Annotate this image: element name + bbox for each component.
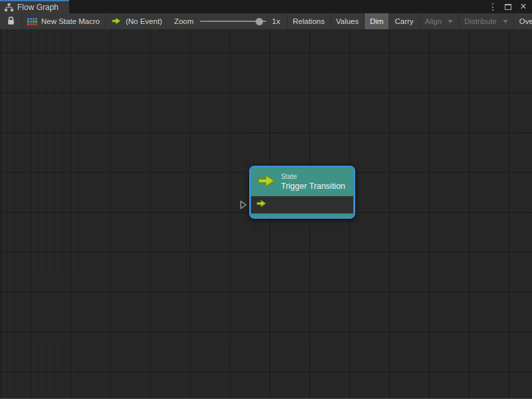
event-button[interactable]: (No Event) [106, 13, 167, 29]
carry-label: Carry [395, 17, 413, 25]
tab-label: Flow Graph [17, 3, 58, 12]
maximize-icon[interactable] [503, 1, 513, 12]
entry-transition-port[interactable] [239, 200, 248, 213]
node-title: Trigger Transition [281, 182, 345, 191]
flow-graph-window: Flow Graph ⋮ × [0, 0, 532, 399]
values-button[interactable]: Values [330, 13, 364, 29]
flow-graph-icon [5, 3, 13, 11]
zoom-slider-thumb[interactable] [256, 18, 263, 25]
window-controls: ⋮ × [488, 0, 532, 13]
new-state-macro-button[interactable]: New State Macro [22, 13, 105, 29]
event-arrow-icon [111, 17, 122, 27]
close-icon[interactable]: × [518, 1, 529, 12]
graph-canvas[interactable]: State Trigger Transition [0, 29, 532, 399]
carry-button[interactable]: Carry [389, 13, 418, 29]
state-node-body[interactable] [251, 196, 353, 213]
align-label: Align [425, 17, 442, 25]
macro-grid-icon [27, 18, 37, 25]
relations-button[interactable]: Relations [287, 13, 330, 29]
dim-button[interactable]: Dim [364, 13, 389, 29]
toolbar-right-buttons: Relations Values Dim Carry Align Distrib… [287, 13, 532, 29]
outgoing-transition-arrow-icon[interactable] [256, 199, 267, 211]
tab-flow-graph[interactable]: Flow Graph [0, 0, 69, 13]
relations-label: Relations [293, 17, 325, 25]
window-menu-icon[interactable]: ⋮ [488, 1, 498, 12]
new-state-macro-label: New State Macro [41, 17, 100, 25]
overview-label: Overview [519, 17, 532, 25]
toolbar: New State Macro (No Event) Zoom 1x Relat… [0, 13, 532, 29]
zoom-control: Zoom 1x [167, 17, 287, 25]
distribute-label: Distribute [464, 17, 497, 25]
align-button[interactable]: Align [419, 13, 459, 29]
node-kind-label: State [281, 173, 345, 180]
chevron-down-icon [448, 20, 453, 23]
titlebar-spacer [69, 0, 488, 13]
state-node-footer [251, 213, 353, 217]
dim-label: Dim [370, 17, 383, 25]
values-label: Values [336, 17, 359, 25]
lock-icon [7, 17, 15, 27]
lock-button[interactable] [0, 13, 21, 29]
chevron-down-icon [503, 20, 508, 23]
maximize-shape [505, 4, 511, 10]
zoom-label: Zoom [174, 17, 193, 25]
event-label: (No Event) [126, 17, 162, 25]
zoom-slider[interactable] [200, 21, 266, 22]
state-node-trigger-transition[interactable]: State Trigger Transition [249, 166, 355, 219]
distribute-button[interactable]: Distribute [458, 13, 513, 29]
overview-button[interactable]: Overview [513, 13, 532, 29]
state-arrow-icon [256, 172, 276, 192]
state-node-titles: State Trigger Transition [281, 173, 345, 191]
zoom-value: 1x [272, 17, 280, 25]
titlebar: Flow Graph ⋮ × [0, 0, 532, 13]
state-node-header[interactable]: State Trigger Transition [251, 168, 353, 196]
